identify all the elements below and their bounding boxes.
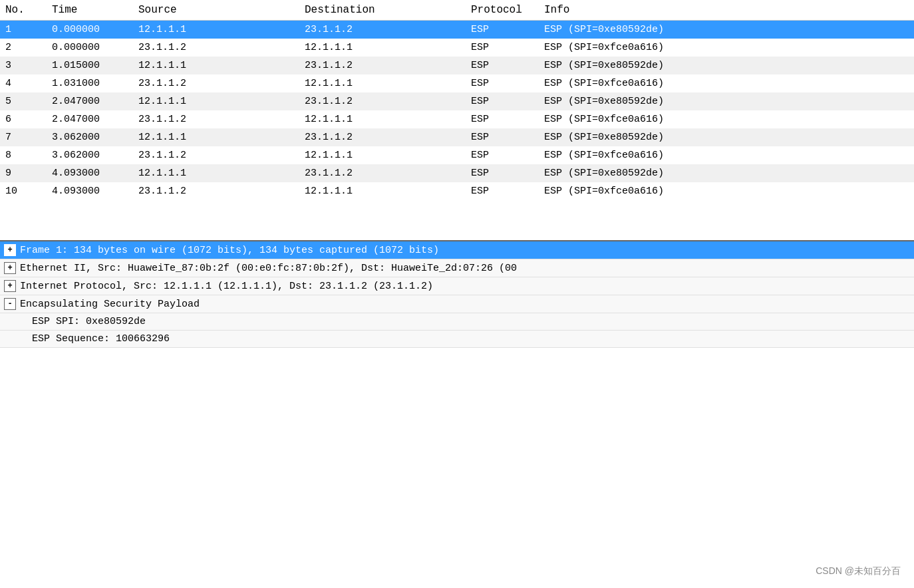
cell-info: ESP (SPI=0xe80592de) <box>539 21 914 39</box>
cell-proto: ESP <box>466 182 539 200</box>
cell-info: ESP (SPI=0xfce0a616) <box>539 146 914 164</box>
cell-no: 10 <box>0 182 47 200</box>
cell-time: 2.047000 <box>47 110 133 128</box>
cell-info: ESP (SPI=0xe80592de) <box>539 128 914 146</box>
cell-source: 23.1.1.2 <box>133 182 299 200</box>
cell-dest: 12.1.1.1 <box>299 110 466 128</box>
cell-info: ESP (SPI=0xfce0a616) <box>539 39 914 57</box>
table-row[interactable]: 62.04700023.1.1.212.1.1.1ESPESP (SPI=0xf… <box>0 110 914 128</box>
cell-source: 12.1.1.1 <box>133 92 299 110</box>
cell-no: 8 <box>0 146 47 164</box>
detail-row-text: Ethernet II, Src: HuaweiTe_87:0b:2f (00:… <box>20 263 517 274</box>
table-header-row: No. Time Source Destination Protocol Inf… <box>0 0 914 21</box>
detail-row-text: Frame 1: 134 bytes on wire (1072 bits), … <box>20 245 439 256</box>
watermark: CSDN @未知百分百 <box>816 565 901 577</box>
cell-dest: 23.1.1.2 <box>299 92 466 110</box>
cell-info: ESP (SPI=0xfce0a616) <box>539 74 914 92</box>
cell-time: 4.093000 <box>47 182 133 200</box>
cell-dest: 12.1.1.1 <box>299 182 466 200</box>
cell-no: 2 <box>0 39 47 57</box>
cell-no: 7 <box>0 128 47 146</box>
cell-proto: ESP <box>466 128 539 146</box>
cell-no: 3 <box>0 57 47 74</box>
col-header-dest: Destination <box>299 0 466 21</box>
cell-dest: 23.1.1.2 <box>299 21 466 39</box>
cell-dest: 23.1.1.2 <box>299 128 466 146</box>
cell-proto: ESP <box>466 164 539 182</box>
cell-dest: 23.1.1.2 <box>299 57 466 74</box>
cell-dest: 12.1.1.1 <box>299 39 466 57</box>
cell-dest: 12.1.1.1 <box>299 74 466 92</box>
col-header-info: Info <box>539 0 914 21</box>
table-row[interactable]: 52.04700012.1.1.123.1.1.2ESPESP (SPI=0xe… <box>0 92 914 110</box>
cell-source: 12.1.1.1 <box>133 21 299 39</box>
table-row[interactable]: 83.06200023.1.1.212.1.1.1ESPESP (SPI=0xf… <box>0 146 914 164</box>
detail-row-text: Internet Protocol, Src: 12.1.1.1 (12.1.1… <box>20 281 433 292</box>
cell-info: ESP (SPI=0xe80592de) <box>539 164 914 182</box>
cell-proto: ESP <box>466 21 539 39</box>
cell-source: 23.1.1.2 <box>133 39 299 57</box>
detail-rows-container: +Frame 1: 134 bytes on wire (1072 bits),… <box>0 241 914 348</box>
cell-source: 12.1.1.1 <box>133 57 299 74</box>
cell-proto: ESP <box>466 39 539 57</box>
cell-no: 5 <box>0 92 47 110</box>
cell-info: ESP (SPI=0xe80592de) <box>539 57 914 74</box>
packet-table-section: No. Time Source Destination Protocol Inf… <box>0 0 914 200</box>
cell-time: 4.093000 <box>47 164 133 182</box>
table-row[interactable]: 20.00000023.1.1.212.1.1.1ESPESP (SPI=0xf… <box>0 39 914 57</box>
cell-no: 4 <box>0 74 47 92</box>
detail-row-text: Encapsulating Security Payload <box>20 299 200 310</box>
cell-proto: ESP <box>466 110 539 128</box>
cell-time: 3.062000 <box>47 146 133 164</box>
col-header-time: Time <box>47 0 133 21</box>
cell-proto: ESP <box>466 57 539 74</box>
cell-no: 6 <box>0 110 47 128</box>
cell-time: 0.000000 <box>47 21 133 39</box>
table-row[interactable]: 104.09300023.1.1.212.1.1.1ESPESP (SPI=0x… <box>0 182 914 200</box>
cell-info: ESP (SPI=0xfce0a616) <box>539 110 914 128</box>
cell-time: 1.015000 <box>47 57 133 74</box>
table-row[interactable]: 94.09300012.1.1.123.1.1.2ESPESP (SPI=0xe… <box>0 164 914 182</box>
detail-row-ethernet[interactable]: +Ethernet II, Src: HuaweiTe_87:0b:2f (00… <box>0 259 914 277</box>
cell-source: 23.1.1.2 <box>133 110 299 128</box>
cell-source: 12.1.1.1 <box>133 164 299 182</box>
cell-time: 0.000000 <box>47 39 133 57</box>
detail-sub-row: ESP SPI: 0xe80592de <box>0 313 914 331</box>
cell-info: ESP (SPI=0xe80592de) <box>539 92 914 110</box>
cell-source: 23.1.1.2 <box>133 74 299 92</box>
table-row[interactable]: 41.03100023.1.1.212.1.1.1ESPESP (SPI=0xf… <box>0 74 914 92</box>
cell-dest: 23.1.1.2 <box>299 164 466 182</box>
col-header-no: No. <box>0 0 47 21</box>
detail-section: +Frame 1: 134 bytes on wire (1072 bits),… <box>0 240 914 348</box>
expand-icon[interactable]: + <box>4 244 16 256</box>
cell-no: 1 <box>0 21 47 39</box>
cell-info: ESP (SPI=0xfce0a616) <box>539 182 914 200</box>
cell-proto: ESP <box>466 74 539 92</box>
cell-time: 3.062000 <box>47 128 133 146</box>
detail-sub-row: ESP Sequence: 100663296 <box>0 331 914 348</box>
cell-dest: 12.1.1.1 <box>299 146 466 164</box>
table-row[interactable]: 10.00000012.1.1.123.1.1.2ESPESP (SPI=0xe… <box>0 21 914 39</box>
table-row[interactable]: 31.01500012.1.1.123.1.1.2ESPESP (SPI=0xe… <box>0 57 914 74</box>
col-header-source: Source <box>133 0 299 21</box>
detail-row-esp[interactable]: -Encapsulating Security Payload <box>0 295 914 313</box>
packet-table-body: 10.00000012.1.1.123.1.1.2ESPESP (SPI=0xe… <box>0 21 914 201</box>
cell-no: 9 <box>0 164 47 182</box>
cell-time: 2.047000 <box>47 92 133 110</box>
cell-source: 23.1.1.2 <box>133 146 299 164</box>
col-header-proto: Protocol <box>466 0 539 21</box>
cell-proto: ESP <box>466 92 539 110</box>
detail-row-frame[interactable]: +Frame 1: 134 bytes on wire (1072 bits),… <box>0 241 914 259</box>
expand-icon[interactable]: + <box>4 262 16 274</box>
cell-source: 12.1.1.1 <box>133 128 299 146</box>
table-row[interactable]: 73.06200012.1.1.123.1.1.2ESPESP (SPI=0xe… <box>0 128 914 146</box>
expand-icon[interactable]: + <box>4 280 16 292</box>
cell-proto: ESP <box>466 146 539 164</box>
cell-time: 1.031000 <box>47 74 133 92</box>
detail-row-ip[interactable]: +Internet Protocol, Src: 12.1.1.1 (12.1.… <box>0 277 914 295</box>
packet-table: No. Time Source Destination Protocol Inf… <box>0 0 914 200</box>
collapse-icon[interactable]: - <box>4 298 16 310</box>
